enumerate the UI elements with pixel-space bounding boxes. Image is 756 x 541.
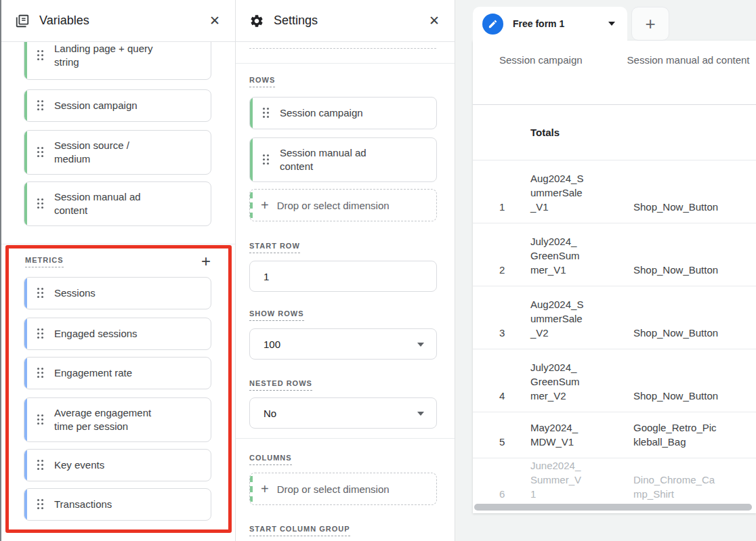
table-row[interactable]: 2 July2024_GreenSummer_V1 Shop_Now_Butto… xyxy=(473,223,756,286)
ad-content-value: Shop_Now_Button xyxy=(633,200,718,214)
campaign-value: Aug2024_SummerSale_V2 xyxy=(530,297,585,340)
metric-chip[interactable]: Sessions xyxy=(24,277,211,309)
metrics-label: METRICS xyxy=(25,256,64,267)
metric-chip-label: Average engagement time per session xyxy=(54,406,159,433)
dimension-chip[interactable]: Session campaign xyxy=(24,89,211,122)
metric-chip-label: Key events xyxy=(54,458,104,472)
rows-drop-label: Drop or select dimension xyxy=(277,200,390,211)
start-row-input[interactable]: 1 xyxy=(249,261,437,292)
dimension-chip[interactable]: Session manual ad content xyxy=(24,181,211,226)
start-row-label: START ROW xyxy=(249,242,300,253)
drag-handle-icon[interactable] xyxy=(37,100,43,111)
table-row[interactable]: 3 Aug2024_SummerSale_V2 Shop_Now_Button xyxy=(473,286,756,349)
settings-panel-header: Settings ✕ xyxy=(236,0,455,42)
metric-chip[interactable]: Engagement rate xyxy=(24,357,211,389)
report-canvas: Free form 1 + Session campaign Session m… xyxy=(455,0,756,541)
drag-handle-icon[interactable] xyxy=(37,460,43,471)
campaign-value: June2024_Summer_V1 xyxy=(530,458,585,501)
row-number: 1 xyxy=(499,200,530,223)
pencil-icon xyxy=(482,14,503,35)
settings-panel: Settings ✕ ROWS Session campaign Session… xyxy=(236,0,455,541)
table-header-row: Session campaign Session manual ad conte… xyxy=(473,41,756,105)
totals-label: Totals xyxy=(530,125,633,139)
row-number: 4 xyxy=(499,389,530,412)
plus-icon: + xyxy=(261,198,269,213)
drag-handle-icon[interactable] xyxy=(37,198,43,209)
rows-dimension-chip[interactable]: Session manual ad content xyxy=(249,137,437,182)
drag-handle-icon[interactable] xyxy=(37,414,43,425)
chevron-down-icon xyxy=(417,412,424,416)
columns-label: COLUMNS xyxy=(249,454,292,465)
variables-close-icon[interactable]: ✕ xyxy=(208,13,222,28)
ad-content-value: Google_Retro_Pickleball_Bag xyxy=(633,420,719,449)
dimension-chip[interactable]: Landing page + query string xyxy=(24,42,211,80)
add-tab-button[interactable]: + xyxy=(631,7,669,41)
drag-handle-icon[interactable] xyxy=(263,154,269,165)
drag-handle-icon[interactable] xyxy=(37,288,43,299)
tab-chevron-down-icon[interactable] xyxy=(608,22,615,26)
table-row[interactable]: 6 June2024_Summer_V1 Dino_Chrome_Camp_Sh… xyxy=(473,458,756,503)
settings-panel-title: Settings xyxy=(274,14,427,28)
row-number: 3 xyxy=(499,326,530,349)
totals-row: Totals xyxy=(473,105,756,160)
scrolled-dropzone-remnant xyxy=(249,42,436,49)
table-row[interactable]: 5 May2024_MDW_V1 Google_Retro_Pickleball… xyxy=(473,412,756,458)
variables-panel-title: Variables xyxy=(39,14,208,28)
row-number: 2 xyxy=(499,263,530,286)
variables-panel-content: Landing page + query string Session camp… xyxy=(1,42,235,541)
columns-drop-zone[interactable]: + Drop or select dimension xyxy=(249,473,437,505)
drag-handle-icon[interactable] xyxy=(37,328,43,339)
section-divider xyxy=(236,438,455,439)
campaign-value: July2024_GreenSummer_V1 xyxy=(530,234,585,277)
tab-free-form-1[interactable]: Free form 1 xyxy=(473,7,627,41)
metric-chip[interactable]: Engaged sessions xyxy=(24,318,211,350)
dimension-chip-label: Session source / medium xyxy=(54,139,159,166)
drag-handle-icon[interactable] xyxy=(37,50,43,61)
rows-drop-zone[interactable]: + Drop or select dimension xyxy=(249,189,437,221)
show-rows-label: SHOW ROWS xyxy=(249,309,304,321)
variables-panel: Variables ✕ Landing page + query string … xyxy=(0,0,236,541)
table-row[interactable]: 1 Aug2024_SummerSale_V1 Shop_Now_Button xyxy=(473,160,756,223)
metric-chip-label: Sessions xyxy=(54,286,96,300)
freeform-table-card: Session campaign Session manual ad conte… xyxy=(473,41,756,513)
horizontal-scrollbar[interactable] xyxy=(474,504,752,511)
rows-chip-label: Session campaign xyxy=(280,106,363,120)
gear-icon xyxy=(249,14,264,28)
metric-chip[interactable]: Transactions xyxy=(24,488,211,521)
metrics-section-header: METRICS + xyxy=(25,253,211,270)
campaign-value: Aug2024_SummerSale_V1 xyxy=(530,171,585,214)
show-rows-select[interactable]: 100 xyxy=(249,328,437,360)
plus-icon: + xyxy=(645,14,655,35)
metric-chip[interactable]: Average engagement time per session xyxy=(24,397,211,442)
ad-content-value: Shop_Now_Button xyxy=(633,389,718,403)
nested-rows-value: No xyxy=(264,408,276,419)
column-header-session-manual-ad-content[interactable]: Session manual ad content xyxy=(627,53,756,104)
drag-handle-icon[interactable] xyxy=(37,368,43,378)
drag-handle-icon[interactable] xyxy=(263,108,269,118)
start-row-value: 1 xyxy=(264,271,269,282)
drag-handle-icon[interactable] xyxy=(37,147,43,158)
dimension-chip[interactable]: Session source / medium xyxy=(24,130,211,175)
rows-dimension-chip[interactable]: Session campaign xyxy=(249,97,437,129)
variables-icon xyxy=(15,14,30,28)
section-divider xyxy=(1,244,235,244)
metric-chip[interactable]: Key events xyxy=(24,449,211,481)
metric-chip-label: Engaged sessions xyxy=(54,327,138,341)
plus-icon: + xyxy=(261,481,269,497)
columns-drop-label: Drop or select dimension xyxy=(277,483,390,495)
start-column-group-label: START COLUMN GROUP xyxy=(249,525,350,536)
dimension-chip-label: Session manual ad content xyxy=(54,190,159,217)
table-row[interactable]: 4 July2024_GreenSummer_V2 Shop_Now_Butto… xyxy=(473,349,756,412)
add-metric-icon[interactable]: + xyxy=(201,253,211,269)
settings-close-icon[interactable]: ✕ xyxy=(427,13,441,28)
chevron-down-icon xyxy=(417,343,424,347)
rows-label: ROWS xyxy=(249,76,275,87)
nested-rows-select[interactable]: No xyxy=(249,397,437,429)
column-header-session-campaign[interactable]: Session campaign xyxy=(499,53,627,104)
ad-content-value: Dino_Chrome_Camp_Shirt xyxy=(633,473,719,501)
metric-chip-label: Transactions xyxy=(54,498,112,511)
section-divider xyxy=(236,63,455,64)
row-number: 5 xyxy=(499,435,530,458)
nested-rows-label: NESTED ROWS xyxy=(249,379,312,391)
drag-handle-icon[interactable] xyxy=(37,499,43,510)
